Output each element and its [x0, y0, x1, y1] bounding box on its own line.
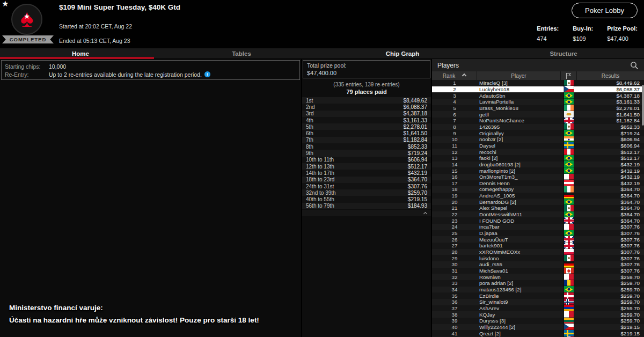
payout-place: 6th — [302, 130, 404, 136]
tab-chip-graph[interactable]: Chip Graph — [322, 48, 483, 58]
player-row[interactable]: 32 Rowniwn $259.70 — [432, 274, 644, 280]
player-row[interactable]: 35 EzBirdie $259.70 — [432, 292, 644, 299]
player-name: xXROMmMEOXx — [477, 249, 561, 255]
country-flag-icon — [564, 324, 574, 330]
player-row[interactable]: 11 Daysel $606.94 — [432, 143, 644, 149]
player-rank: 14 — [432, 162, 477, 167]
player-name: marllonpinto [2] — [477, 168, 561, 174]
player-row[interactable]: 8 1426395 $852.33 — [432, 124, 644, 130]
payout-amount: $364.70 — [408, 177, 431, 182]
player-country-flag-cell — [561, 286, 577, 292]
ended-at-text: Ended at 05:13 CET, Aug 23 — [59, 38, 130, 44]
player-country-flag-cell — [561, 243, 577, 249]
country-flag-icon — [564, 130, 574, 136]
player-row[interactable]: 7 NoPantsNoChance $1,182.84 — [432, 118, 644, 124]
player-row[interactable]: 40 Willy222444 [2] $219.15 — [432, 324, 644, 331]
player-row[interactable]: 29 luisdono $307.76 — [432, 255, 644, 261]
player-result: $259.70 — [577, 299, 644, 305]
column-header-player[interactable]: Player — [477, 71, 561, 80]
player-row[interactable]: 41 Qreizt [2] $219.15 — [432, 330, 644, 336]
player-name: AdautoSbn — [477, 93, 561, 99]
player-row[interactable]: 14 drogba060193 [2] $432.19 — [432, 162, 644, 168]
player-row[interactable]: 38 KQJay $259.70 — [432, 311, 644, 318]
player-row[interactable]: 36 Sir_winalot9 $259.70 — [432, 299, 644, 305]
player-row[interactable]: 4 LaviniaPortella $3,161.33 — [432, 99, 644, 105]
player-row[interactable]: 22 DontMesswithM11 $364.70 — [432, 211, 644, 218]
player-row[interactable]: 3 AdautoSbn $4,387.18 — [432, 92, 644, 99]
player-row[interactable]: 21 Alex Shepel $364.70 — [432, 205, 644, 211]
column-header-rank[interactable]: Rank — [432, 71, 477, 80]
tab-tables[interactable]: Tables — [161, 48, 322, 58]
tab-structure[interactable]: Structure — [483, 48, 644, 58]
re-entry-row: Re-Entry: Up to 2 re-entries available d… — [5, 70, 296, 78]
player-result: $364.70 — [577, 186, 644, 192]
player-row[interactable]: 28 xXROMmMEOXx $307.76 — [432, 249, 644, 255]
player-row[interactable]: 18 comegethappy $364.70 — [432, 186, 644, 193]
payout-amount: $8,449.62 — [404, 98, 431, 104]
payout-row: 2nd $6,088.37 — [302, 104, 431, 110]
results-header-label: Results — [602, 73, 619, 79]
player-row[interactable]: 39 Durysss [3] $259.70 — [432, 318, 644, 324]
player-row[interactable]: 2 Luckyhero18 $6,088.37 — [432, 86, 644, 93]
player-rank: 18 — [432, 186, 477, 192]
player-country-flag-cell — [561, 280, 577, 287]
player-row[interactable]: 30 audi_rs55 $307.76 — [432, 261, 644, 268]
player-row[interactable]: 33 pora adrian [2] $259.70 — [432, 280, 644, 287]
player-row[interactable]: 23 I FOUND GOD $364.70 — [432, 217, 644, 224]
player-row[interactable]: 24 inca7bar $307.76 — [432, 224, 644, 230]
player-rank: 3 — [432, 93, 477, 99]
player-row[interactable]: 10 noob3r [2] $606.94 — [432, 136, 644, 143]
player-row[interactable]: 34 mataus123456 [2] $259.70 — [432, 287, 644, 293]
tab-home[interactable]: Home — [0, 48, 161, 58]
player-rank: 37 — [432, 305, 477, 311]
player-row[interactable]: 1 MiracleQ [3] $8,449.62 — [432, 80, 644, 86]
favorite-star-icon[interactable]: ★ — [2, 0, 9, 9]
player-row[interactable]: 12 recochi $512.17 — [432, 149, 644, 155]
payout-place: 3rd — [302, 111, 404, 116]
player-result: $307.76 — [577, 243, 644, 248]
search-icon[interactable] — [630, 61, 639, 70]
player-row[interactable]: 37 AshArev $259.70 — [432, 305, 644, 312]
player-name: EzBirdie — [477, 293, 561, 299]
poker-lobby-button[interactable]: Poker Lobby — [572, 3, 638, 18]
re-entry-label: Re-Entry: — [5, 71, 49, 78]
payout-row: 4th $3,161.33 — [302, 117, 431, 123]
player-row[interactable]: 6 getll $1,641.50 — [432, 111, 644, 118]
player-name: D.japaa — [477, 230, 561, 236]
payout-scroll-up-button[interactable] — [302, 210, 431, 216]
player-country-flag-cell — [561, 205, 577, 211]
player-rank: 20 — [432, 199, 477, 205]
country-flag-icon — [564, 205, 574, 211]
column-header-results[interactable]: Results — [577, 71, 644, 80]
player-result: $259.70 — [577, 293, 644, 299]
player-name: NoPantsNoChance — [477, 118, 561, 123]
payout-place: 56th to 79th — [302, 203, 408, 209]
player-result: $364.70 — [577, 205, 644, 211]
player-row[interactable]: 19 AndreAS_1005 $364.70 — [432, 193, 644, 199]
prizepool-label: Prize Pool: — [607, 25, 638, 32]
player-row[interactable]: 13 faoki [2] $512.17 — [432, 155, 644, 162]
info-icon[interactable]: i — [204, 71, 210, 77]
player-result: $606.94 — [577, 136, 644, 142]
player-rank: 36 — [432, 299, 477, 305]
player-country-flag-cell — [561, 167, 577, 174]
player-row[interactable]: 25 D.japaa $307.76 — [432, 230, 644, 237]
player-row[interactable]: 27 bartek901 $307.76 — [432, 243, 644, 249]
country-flag-icon — [564, 149, 574, 155]
country-flag-icon — [564, 186, 574, 193]
player-row[interactable]: 31 MichSava01 $307.76 — [432, 268, 644, 274]
player-row[interactable]: 5 Brass_Monkie18 $2,278.01 — [432, 105, 644, 112]
player-row[interactable]: 16 On3MoreT1m3_ $432.19 — [432, 174, 644, 180]
column-header-country-flag[interactable] — [561, 71, 577, 80]
country-flag-icon — [564, 305, 574, 311]
player-row[interactable]: 17 Dennis Henn $432.19 — [432, 180, 644, 187]
player-row[interactable]: 20 BernardoDG [2] $364.70 — [432, 199, 644, 205]
player-row[interactable]: 9 Originallyy $719.24 — [432, 130, 644, 136]
player-row[interactable]: 26 MezuuÜuuT $307.76 — [432, 236, 644, 243]
players-scrollbar[interactable] — [642, 85, 644, 126]
tournament-info-box: Starting chips: 10,000 Re-Entry: Up to 2… — [1, 60, 300, 80]
player-row[interactable]: 15 marllonpinto [2] $432.19 — [432, 167, 644, 174]
player-name: AshArev — [477, 305, 561, 311]
player-name: Sir_winalot9 — [477, 299, 561, 305]
player-name: inca7bar — [477, 224, 561, 230]
